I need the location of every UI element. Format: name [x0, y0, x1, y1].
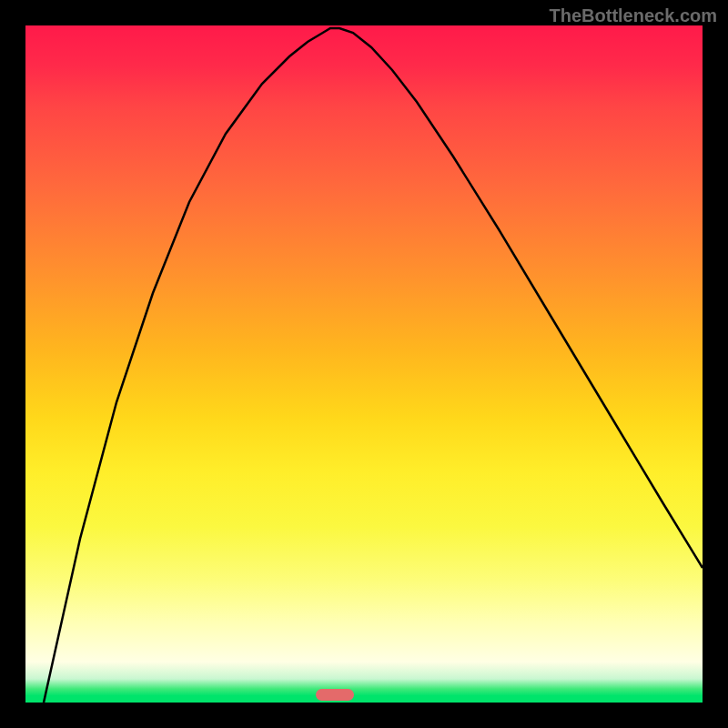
- watermark-text: TheBottleneck.com: [550, 5, 717, 26]
- bottleneck-curve: [25, 25, 703, 703]
- chart-area: [25, 25, 703, 703]
- curve-path: [44, 28, 703, 703]
- optimal-point-marker: [316, 689, 354, 701]
